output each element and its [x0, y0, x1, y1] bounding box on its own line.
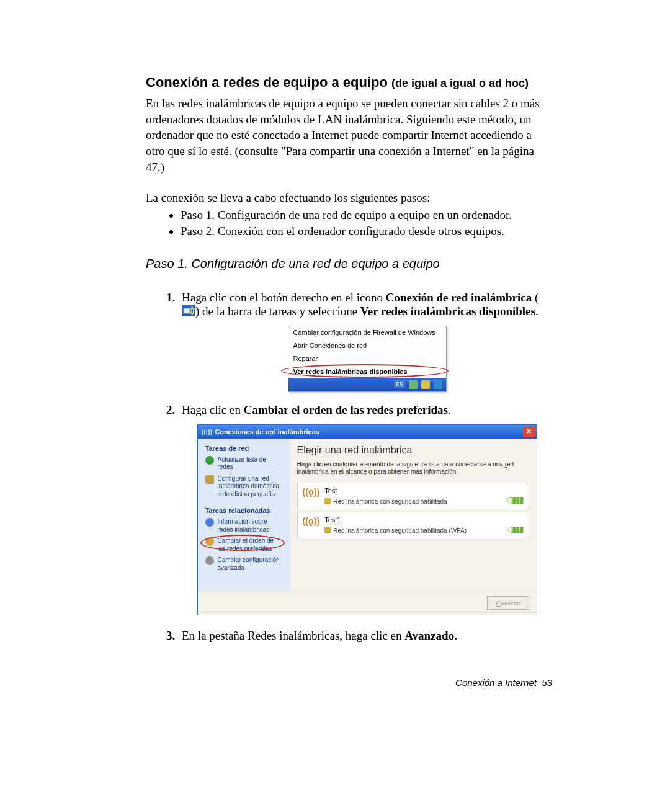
connect-button[interactable]: Conectar — [487, 596, 530, 610]
antenna-icon: ((ǫ)) — [303, 487, 320, 497]
network-name: Test1 — [324, 516, 501, 524]
list-item: Paso 1. Configuración de una red de equi… — [181, 208, 552, 222]
network-item[interactable]: ((ǫ)) Test1 Red inalámbrica con segurida… — [297, 512, 529, 538]
context-menu: Cambiar configuración de Firewall de Win… — [288, 326, 447, 392]
tray-icon[interactable] — [434, 380, 442, 389]
signal-icon: ▫▯▮▮▮ — [507, 524, 524, 534]
sidebar-link-info[interactable]: Información sobre redes inalámbricas — [205, 518, 284, 533]
menu-item-repair[interactable]: Reparar — [288, 352, 446, 365]
antenna-icon: ((ı)) — [202, 428, 213, 435]
wireless-tray-icon — [182, 305, 195, 319]
close-button[interactable]: ✕ — [523, 426, 535, 437]
sidebar-link-advanced[interactable]: Cambiar configuración avanzada — [205, 556, 284, 572]
page-footer: Conexión a Internet 53 — [455, 677, 552, 688]
step-1: Haga clic con el botón derecho en el ico… — [178, 291, 552, 392]
svg-rect-1 — [184, 308, 190, 313]
language-indicator[interactable]: ES — [394, 380, 405, 388]
main-heading: Elegir una red inalámbrica — [297, 445, 529, 456]
home-icon — [205, 475, 214, 484]
info-icon — [205, 518, 214, 527]
lock-icon — [324, 498, 331, 504]
gear-icon — [205, 556, 214, 565]
dialog-footer: Conectar — [198, 591, 537, 615]
heading-sub: (de igual a igual o ad hoc) — [391, 77, 529, 89]
step-3: En la pestaña Redes inalámbricas, haga c… — [178, 629, 552, 643]
dialog-titlebar: ((ı)) Conexiones de red inalámbricas ✕ — [198, 425, 537, 439]
step1-title: Paso 1. Configuración de una red de equi… — [146, 257, 552, 271]
sidebar-link-change-order[interactable]: Cambiar el orden de las redes preferidas — [205, 537, 284, 553]
menu-item-firewall[interactable]: Cambiar configuración de Firewall de Win… — [288, 326, 446, 339]
main-hint: Haga clic en cualquier elemento de la si… — [297, 461, 529, 476]
network-desc: Red inalámbrica con seguridad habilitada… — [324, 527, 501, 534]
step-2: Haga clic en Cambiar el orden de las red… — [178, 403, 552, 615]
dialog-title: Conexiones de red inalámbricas — [215, 428, 522, 435]
heading-main: Conexión a redes de equipo a equipo — [146, 74, 391, 90]
network-desc: Red inalámbrica con seguridad habilitada — [324, 498, 501, 505]
network-item[interactable]: ((ǫ)) Test Red inalámbrica con seguridad… — [297, 483, 529, 509]
steps-overview-list: Paso 1. Configuración de una red de equi… — [181, 208, 552, 238]
dialog-main: Elegir una red inalámbrica Haga clic en … — [290, 439, 537, 591]
antenna-icon: ((ǫ)) — [303, 516, 320, 526]
sidebar-heading-related: Tareas relacionadas — [205, 507, 284, 514]
signal-icon: ▫▯▮▮▮ — [507, 495, 524, 505]
lead-paragraph: La conexión se lleva a cabo efectuando l… — [146, 190, 552, 206]
list-item: Paso 2. Conexión con el ordenador config… — [181, 225, 552, 238]
sidebar-link-refresh[interactable]: Actualizar lista de redes — [205, 456, 284, 471]
menu-item-view-networks[interactable]: Ver redes inalámbricas disponibles — [288, 365, 446, 378]
intro-paragraph: En las redes inalámbricas de equipo a eq… — [146, 96, 552, 175]
tray-icon[interactable] — [409, 380, 418, 389]
lock-icon — [324, 527, 331, 533]
sidebar-heading-tasks: Tareas de red — [205, 445, 284, 452]
tray-icon[interactable] — [421, 380, 430, 389]
network-name: Test — [324, 487, 501, 494]
menu-item-open-connections[interactable]: Abrir Conexiones de red — [288, 339, 446, 352]
sidebar-link-setup[interactable]: Configurar una red inalámbrica doméstica… — [205, 475, 284, 499]
star-icon — [205, 537, 214, 546]
taskbar: ES — [288, 378, 446, 391]
wireless-networks-dialog: ((ı)) Conexiones de red inalámbricas ✕ T… — [197, 424, 537, 615]
dialog-sidebar: Tareas de red Actualizar lista de redes … — [198, 439, 290, 591]
refresh-icon — [205, 456, 214, 465]
section-heading: Conexión a redes de equipo a equipo (de … — [146, 74, 552, 91]
